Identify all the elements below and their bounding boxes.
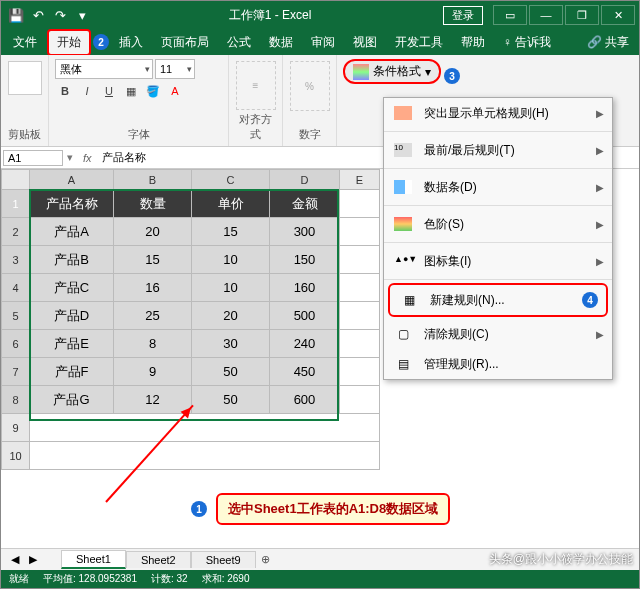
- cell[interactable]: 600: [270, 386, 340, 414]
- font-color-button[interactable]: A: [165, 81, 185, 101]
- redo-icon[interactable]: ↷: [51, 6, 69, 24]
- cell[interactable]: 10: [192, 274, 270, 302]
- name-box-dropdown-icon[interactable]: ▾: [63, 151, 77, 164]
- font-name-combo[interactable]: 黑体: [55, 59, 153, 79]
- cell[interactable]: 产品B: [30, 246, 114, 274]
- save-icon[interactable]: 💾: [7, 6, 25, 24]
- cell[interactable]: 产品F: [30, 358, 114, 386]
- row-header-8[interactable]: 8: [2, 386, 30, 414]
- menu-highlight-rules[interactable]: 突出显示单元格规则(H) ▶: [384, 98, 612, 128]
- cell[interactable]: 产品C: [30, 274, 114, 302]
- row-header-5[interactable]: 5: [2, 302, 30, 330]
- menu-top-bottom-rules[interactable]: 10 最前/最后规则(T) ▶: [384, 135, 612, 165]
- tab-insert[interactable]: 插入: [111, 31, 151, 54]
- border-button[interactable]: ▦: [121, 81, 141, 101]
- tab-view[interactable]: 视图: [345, 31, 385, 54]
- cell[interactable]: 产品名称: [30, 190, 114, 218]
- cell[interactable]: 数量: [114, 190, 192, 218]
- cell[interactable]: [340, 330, 380, 358]
- sheet-nav-prev[interactable]: ◀: [11, 553, 19, 566]
- cell[interactable]: [30, 414, 380, 442]
- cell[interactable]: 16: [114, 274, 192, 302]
- cell[interactable]: [340, 274, 380, 302]
- undo-icon[interactable]: ↶: [29, 6, 47, 24]
- cell[interactable]: 8: [114, 330, 192, 358]
- menu-color-scales[interactable]: 色阶(S) ▶: [384, 209, 612, 239]
- sheet-tab-1[interactable]: Sheet1: [61, 550, 126, 569]
- alignment-placeholder[interactable]: ≡: [236, 61, 276, 110]
- tab-help[interactable]: 帮助: [453, 31, 493, 54]
- close-button[interactable]: ✕: [601, 5, 635, 25]
- cell[interactable]: 500: [270, 302, 340, 330]
- cell[interactable]: [340, 386, 380, 414]
- cell[interactable]: [340, 218, 380, 246]
- sheet-nav-next[interactable]: ▶: [29, 553, 37, 566]
- tab-data[interactable]: 数据: [261, 31, 301, 54]
- sheet-tab-9[interactable]: Sheet9: [191, 551, 256, 568]
- row-header-3[interactable]: 3: [2, 246, 30, 274]
- cell[interactable]: 产品E: [30, 330, 114, 358]
- row-header-7[interactable]: 7: [2, 358, 30, 386]
- fx-icon[interactable]: fx: [77, 152, 98, 164]
- cell[interactable]: 15: [192, 218, 270, 246]
- cell[interactable]: 9: [114, 358, 192, 386]
- cell[interactable]: 50: [192, 358, 270, 386]
- italic-button[interactable]: I: [77, 81, 97, 101]
- minimize-button[interactable]: —: [529, 5, 563, 25]
- menu-icon-sets[interactable]: ▲●▼ 图标集(I) ▶: [384, 246, 612, 276]
- cell[interactable]: 160: [270, 274, 340, 302]
- fill-color-button[interactable]: 🪣: [143, 81, 163, 101]
- formula-input[interactable]: 产品名称: [98, 150, 150, 165]
- col-header-A[interactable]: A: [30, 170, 114, 190]
- cell[interactable]: [340, 190, 380, 218]
- name-box[interactable]: A1: [3, 150, 63, 166]
- tab-review[interactable]: 审阅: [303, 31, 343, 54]
- cell[interactable]: 300: [270, 218, 340, 246]
- menu-manage-rules[interactable]: ▤ 管理规则(R)...: [384, 349, 612, 379]
- cell[interactable]: 15: [114, 246, 192, 274]
- menu-new-rule[interactable]: ▦ 新建规则(N)... 4: [388, 283, 608, 317]
- cell[interactable]: 产品A: [30, 218, 114, 246]
- cell[interactable]: 25: [114, 302, 192, 330]
- cell[interactable]: 金额: [270, 190, 340, 218]
- qat-more-icon[interactable]: ▾: [73, 6, 91, 24]
- cell[interactable]: 20: [192, 302, 270, 330]
- select-all-corner[interactable]: [2, 170, 30, 190]
- cell[interactable]: [340, 246, 380, 274]
- menu-data-bars[interactable]: 数据条(D) ▶: [384, 172, 612, 202]
- number-placeholder[interactable]: %: [290, 61, 330, 111]
- cell[interactable]: 产品D: [30, 302, 114, 330]
- row-header-6[interactable]: 6: [2, 330, 30, 358]
- maximize-button[interactable]: ❐: [565, 5, 599, 25]
- ribbon-options-button[interactable]: ▭: [493, 5, 527, 25]
- row-header-4[interactable]: 4: [2, 274, 30, 302]
- tab-tellme[interactable]: ♀ 告诉我: [495, 31, 559, 54]
- cell[interactable]: [30, 442, 380, 470]
- login-button[interactable]: 登录: [443, 6, 483, 25]
- tab-dev[interactable]: 开发工具: [387, 31, 451, 54]
- cell[interactable]: 12: [114, 386, 192, 414]
- col-header-C[interactable]: C: [192, 170, 270, 190]
- cell[interactable]: 450: [270, 358, 340, 386]
- cell[interactable]: 20: [114, 218, 192, 246]
- grid[interactable]: A B C D E 1 产品名称 数量 单价 金额 2产品A2015300 3产…: [1, 169, 380, 470]
- row-header-9[interactable]: 9: [2, 414, 30, 442]
- bold-button[interactable]: B: [55, 81, 75, 101]
- col-header-B[interactable]: B: [114, 170, 192, 190]
- cell[interactable]: 50: [192, 386, 270, 414]
- row-header-10[interactable]: 10: [2, 442, 30, 470]
- cell[interactable]: [340, 302, 380, 330]
- row-header-1[interactable]: 1: [2, 190, 30, 218]
- share-button[interactable]: 🔗 共享: [581, 31, 635, 54]
- cell[interactable]: 150: [270, 246, 340, 274]
- cell[interactable]: 30: [192, 330, 270, 358]
- paste-button[interactable]: [8, 61, 42, 95]
- cell[interactable]: 10: [192, 246, 270, 274]
- tab-home[interactable]: 开始: [47, 29, 91, 56]
- underline-button[interactable]: U: [99, 81, 119, 101]
- cell[interactable]: [340, 358, 380, 386]
- col-header-D[interactable]: D: [270, 170, 340, 190]
- cell[interactable]: 240: [270, 330, 340, 358]
- sheet-tab-2[interactable]: Sheet2: [126, 551, 191, 568]
- row-header-2[interactable]: 2: [2, 218, 30, 246]
